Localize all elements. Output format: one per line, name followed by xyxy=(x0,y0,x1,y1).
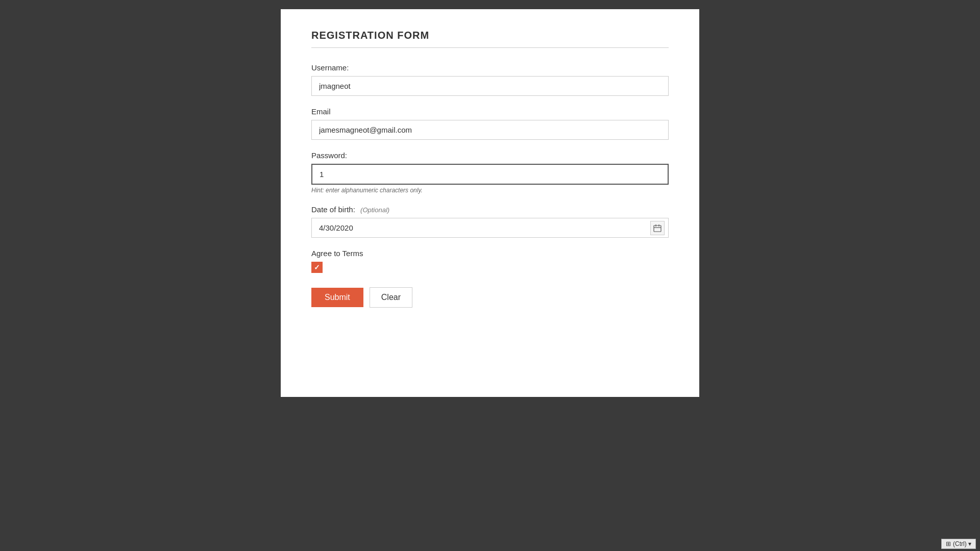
page-wrapper: REGISTRATION FORM Username: Email Passwo… xyxy=(0,0,980,551)
taskbar-ctrl[interactable]: ⊞ (Ctrl) ▾ xyxy=(941,539,976,549)
username-input[interactable] xyxy=(311,76,669,96)
username-group: Username: xyxy=(311,63,669,96)
email-input[interactable] xyxy=(311,120,669,140)
terms-checkbox-wrapper: ✓ xyxy=(311,262,669,273)
dob-input[interactable] xyxy=(311,218,669,238)
dob-group: Date of birth: (Optional) xyxy=(311,205,669,238)
password-group: Password: Hint: enter alphanumeric chara… xyxy=(311,151,669,194)
date-input-wrapper xyxy=(311,218,669,238)
password-hint: Hint: enter alphanumeric characters only… xyxy=(311,187,669,194)
email-label: Email xyxy=(311,107,669,116)
dob-label: Date of birth: (Optional) xyxy=(311,205,669,214)
button-group: Submit Clear xyxy=(311,287,669,308)
terms-label: Agree to Terms xyxy=(311,249,669,258)
terms-checkbox[interactable]: ✓ xyxy=(311,262,323,273)
submit-button[interactable]: Submit xyxy=(311,288,363,307)
ctrl-icon: ⊞ xyxy=(946,540,951,547)
svg-rect-0 xyxy=(654,226,661,232)
password-label: Password: xyxy=(311,151,669,160)
form-panel: REGISTRATION FORM Username: Email Passwo… xyxy=(281,9,699,397)
terms-group: Agree to Terms ✓ xyxy=(311,249,669,273)
ctrl-label: (Ctrl) ▾ xyxy=(953,540,971,547)
password-input[interactable] xyxy=(311,164,669,185)
clear-button[interactable]: Clear xyxy=(370,287,412,308)
checkmark-icon: ✓ xyxy=(314,263,320,271)
email-group: Email xyxy=(311,107,669,140)
form-title: REGISTRATION FORM xyxy=(311,30,669,48)
username-label: Username: xyxy=(311,63,669,72)
calendar-icon[interactable] xyxy=(650,221,665,235)
